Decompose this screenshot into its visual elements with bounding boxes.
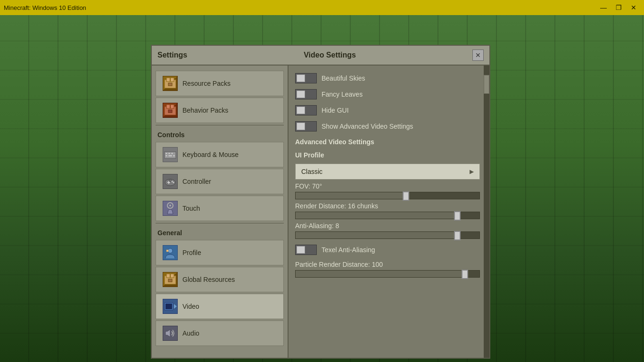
fov-slider[interactable] <box>295 192 480 199</box>
hide-gui-label: Hide GUI <box>322 107 349 114</box>
ui-profile-value: Classic <box>301 168 322 175</box>
texel-anti-aliasing-label: Texel Anti-Aliasing <box>322 246 375 254</box>
svg-point-19 <box>173 182 174 183</box>
resource-packs-label: Resource Packs <box>182 80 231 87</box>
fov-section: FOV: 70° <box>295 182 480 199</box>
settings-dialog: Settings Video Settings ✕ Resource Packs <box>151 45 490 359</box>
touch-label: Touch <box>182 205 200 212</box>
general-section-label: General <box>152 225 288 239</box>
dialog-header: Settings Video Settings ✕ <box>152 46 489 66</box>
hide-gui-thumb <box>297 107 305 114</box>
anti-aliasing-thumb[interactable] <box>454 231 461 240</box>
keyboard-icon <box>163 147 178 162</box>
video-label: Video <box>182 303 199 310</box>
hide-gui-toggle[interactable] <box>295 105 317 115</box>
right-scrollbar[interactable] <box>484 66 489 358</box>
resource-packs-icon <box>163 76 178 91</box>
svg-rect-11 <box>171 153 173 154</box>
beautiful-skies-row: Beautiful Skies <box>295 70 480 86</box>
svg-point-22 <box>169 205 171 206</box>
video-settings-title: Video Settings <box>187 51 472 59</box>
sidebar-item-profile[interactable]: Profile <box>156 240 284 265</box>
particle-render-thumb[interactable] <box>462 270 468 279</box>
anti-aliasing-slider[interactable] <box>295 231 480 239</box>
show-advanced-thumb <box>297 123 305 130</box>
anti-aliasing-section: Anti-Aliasing: 8 <box>295 222 480 239</box>
particle-render-label: Particle Render Distance: 100 <box>295 261 480 268</box>
fov-fill <box>296 192 406 199</box>
texel-anti-aliasing-toggle[interactable] <box>295 245 317 255</box>
hide-gui-row: Hide GUI <box>295 102 480 118</box>
anti-aliasing-label: Anti-Aliasing: 8 <box>295 222 480 230</box>
profile-icon <box>163 245 178 260</box>
dialog-close-button[interactable]: ✕ <box>472 49 484 61</box>
texel-anti-aliasing-row: Texel Anti-Aliasing <box>295 242 480 258</box>
svg-point-23 <box>168 248 173 253</box>
sidebar-item-audio[interactable]: Audio <box>156 321 284 346</box>
particle-render-slider[interactable] <box>295 270 480 278</box>
fancy-leaves-thumb <box>297 90 305 98</box>
sidebar-item-resource-packs[interactable]: Resource Packs <box>156 71 284 96</box>
svg-marker-32 <box>165 329 170 337</box>
controller-label: Controller <box>182 178 211 185</box>
app-title: Minecraft: Windows 10 Edition <box>4 4 86 11</box>
render-distance-slider[interactable] <box>295 212 480 219</box>
behavior-packs-label: Behavior Packs <box>182 107 228 114</box>
audio-label: Audio <box>182 329 199 337</box>
sidebar-item-video[interactable]: Video <box>156 294 284 319</box>
ui-profile-dropdown[interactable]: Classic ▶ <box>295 164 480 180</box>
divider-general <box>156 223 284 223</box>
close-window-button[interactable]: ✕ <box>627 2 640 13</box>
left-panel: Resource Packs Behavior Packs Controls <box>152 66 289 358</box>
sidebar-item-keyboard-mouse[interactable]: Keyboard & Mouse <box>156 142 284 167</box>
sidebar-item-controller[interactable]: Controller <box>156 169 284 194</box>
svg-rect-14 <box>173 155 175 156</box>
behavior-packs-icon <box>163 103 178 118</box>
svg-rect-3 <box>168 83 172 86</box>
render-distance-fill <box>296 212 457 219</box>
sidebar-item-behavior-packs[interactable]: Behavior Packs <box>156 98 284 123</box>
settings-title: Settings <box>157 51 187 59</box>
beautiful-skies-toggle[interactable] <box>295 73 317 83</box>
beautiful-skies-label: Beautiful Skies <box>322 74 365 82</box>
beautiful-skies-thumb <box>297 74 305 82</box>
ui-profile-arrow: ▶ <box>470 168 474 175</box>
show-advanced-label: Show Advanced Video Settings <box>322 123 413 130</box>
render-distance-thumb[interactable] <box>454 211 461 221</box>
audio-icon <box>163 326 178 341</box>
ui-profile-header: UI Profile <box>295 148 480 161</box>
right-panel: Beautiful Skies Fancy Leaves Hide GUI <box>289 66 489 358</box>
svg-rect-10 <box>168 153 170 154</box>
fancy-leaves-label: Fancy Leaves <box>322 90 363 98</box>
svg-marker-31 <box>174 304 177 309</box>
controls-section-label: Controls <box>152 127 288 140</box>
sidebar-item-global-resources[interactable]: Global Resources <box>156 267 284 292</box>
global-resources-label: Global Resources <box>182 276 235 283</box>
sidebar-item-touch[interactable]: Touch <box>156 196 284 221</box>
video-icon <box>163 299 178 314</box>
show-advanced-row: Show Advanced Video Settings <box>295 118 480 134</box>
render-distance-label: Render Distance: 16 chunks <box>295 202 480 210</box>
svg-rect-9 <box>165 153 167 154</box>
fov-label: FOV: 70° <box>295 182 480 190</box>
advanced-section-header: Advanced Video Settings <box>295 134 480 148</box>
fancy-leaves-toggle[interactable] <box>295 89 317 99</box>
restore-button[interactable]: ❐ <box>612 2 625 13</box>
fancy-leaves-row: Fancy Leaves <box>295 86 480 102</box>
render-distance-section: Render Distance: 16 chunks <box>295 202 480 219</box>
global-resources-icon <box>163 272 178 287</box>
fov-thumb[interactable] <box>403 191 409 201</box>
keyboard-mouse-label: Keyboard & Mouse <box>182 151 239 158</box>
scrollbar-thumb[interactable] <box>484 75 489 94</box>
minimize-button[interactable]: — <box>597 2 610 13</box>
controller-icon <box>163 174 178 189</box>
svg-rect-28 <box>168 279 172 282</box>
svg-rect-24 <box>166 250 168 252</box>
show-advanced-toggle[interactable] <box>295 121 317 132</box>
dialog-body: Resource Packs Behavior Packs Controls <box>152 66 489 358</box>
svg-rect-7 <box>168 110 172 113</box>
particle-render-fill <box>296 271 465 277</box>
profile-label: Profile <box>182 249 201 256</box>
anti-aliasing-fill <box>296 232 457 239</box>
svg-point-18 <box>172 181 173 182</box>
